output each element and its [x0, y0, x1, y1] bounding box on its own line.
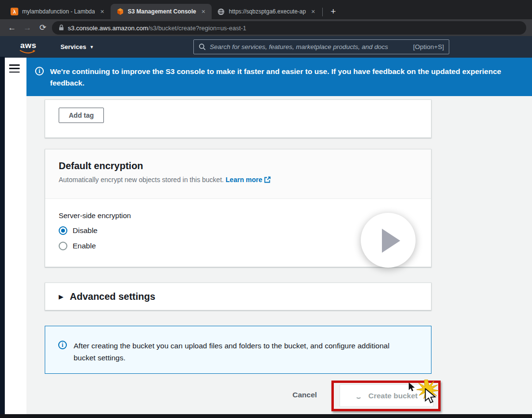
loading-spinner-icon — [355, 393, 362, 399]
url-text: s3.console.aws.amazon.com/s3/bucket/crea… — [68, 24, 246, 32]
play-icon — [382, 229, 400, 253]
browser-toolbar: ← → ⟳ s3.console.aws.amazon.com/s3/bucke… — [0, 19, 532, 36]
new-tab-button[interactable]: + — [326, 6, 341, 17]
banner-line1: We're continuing to improve the S3 conso… — [50, 66, 501, 77]
url-path: /s3/bucket/create?region=us-east-1 — [148, 25, 246, 32]
chevron-right-icon: ▶ — [59, 293, 63, 300]
expander-title: Advanced settings — [70, 291, 155, 302]
announcement-banner: i We're continuing to improve the S3 con… — [26, 58, 532, 96]
field-label: Server-side encryption — [59, 211, 418, 220]
radio-label: Enable — [73, 242, 96, 250]
address-bar[interactable]: s3.console.aws.amazon.com/s3/bucket/crea… — [52, 21, 526, 35]
menu-icon[interactable] — [9, 64, 20, 73]
chevron-down-icon: ▼ — [89, 45, 94, 49]
close-icon[interactable]: × — [200, 8, 207, 15]
close-icon[interactable]: × — [99, 8, 105, 15]
screen: λ mylambdafunction - Lambda × S3 Managem… — [0, 0, 532, 418]
tab-s3-console[interactable]: S3 Management Console × — [111, 4, 212, 19]
video-play-button[interactable] — [361, 213, 416, 268]
cursor-arrow — [424, 388, 437, 404]
radio-label: Disable — [73, 226, 98, 235]
banner-feedback-link[interactable]: feedback. — [50, 77, 501, 89]
window-edge — [0, 57, 5, 418]
banner-text: We're continuing to improve the S3 conso… — [50, 66, 501, 96]
aws-smile-icon — [20, 49, 36, 54]
aws-logo-text: aws — [20, 41, 37, 50]
radio-selected-icon[interactable] — [59, 226, 67, 235]
lock-icon — [59, 25, 64, 31]
card-title: Default encryption — [59, 160, 418, 172]
external-link-icon — [264, 176, 271, 183]
collapsed-sidebar — [5, 58, 26, 414]
tab-execute-api[interactable]: https://sqbzsptga6.execute-ap × — [212, 4, 321, 19]
tab-separator — [322, 8, 323, 16]
services-menu[interactable]: Services ▼ — [61, 43, 94, 50]
info-icon: i — [58, 341, 67, 349]
tags-card: Add tag — [45, 99, 431, 138]
info-icon: i — [35, 67, 44, 75]
close-icon[interactable]: × — [310, 8, 317, 15]
cursor-arrow-small — [408, 382, 416, 392]
create-bucket-label: Create bucket — [368, 392, 418, 400]
aws-nav-bar: aws Services ▼ [Option+S] — [0, 36, 532, 58]
card-header: Default encryption Automatically encrypt… — [45, 149, 431, 199]
search-shortcut: [Option+S] — [413, 43, 444, 50]
reload-icon[interactable]: ⟳ — [37, 23, 49, 33]
description-text: Automatically encrypt new objects stored… — [59, 176, 224, 184]
advanced-settings-expander[interactable]: ▶ Advanced settings — [45, 283, 431, 310]
back-icon[interactable]: ← — [6, 23, 18, 33]
aws-search-box[interactable]: [Option+S] — [193, 39, 449, 54]
s3-bucket-icon — [116, 8, 124, 15]
learn-more-link[interactable]: Learn more — [226, 176, 271, 184]
tab-title: mylambdafunction - Lambda — [22, 8, 95, 15]
cancel-button[interactable]: Cancel — [292, 391, 317, 399]
search-icon — [199, 43, 206, 50]
tab-title: S3 Management Console — [128, 8, 196, 15]
globe-icon — [217, 8, 225, 15]
radio-unselected-icon[interactable] — [59, 242, 67, 250]
lambda-icon: λ — [11, 8, 18, 15]
tab-title: https://sqbzsptga6.execute-ap — [229, 8, 306, 15]
bottom-edge-bar — [0, 414, 532, 418]
add-tag-button[interactable]: Add tag — [59, 108, 104, 123]
info-box: i After creating the bucket you can uplo… — [45, 326, 431, 374]
card-description: Automatically encrypt new objects stored… — [59, 176, 418, 184]
tab-lambda[interactable]: λ mylambdafunction - Lambda × — [5, 4, 111, 19]
services-label: Services — [61, 43, 87, 50]
info-box-text: After creating the bucket you can upload… — [74, 340, 393, 373]
url-host: s3.console.aws.amazon.com — [68, 25, 148, 32]
browser-tab-bar: λ mylambdafunction - Lambda × S3 Managem… — [0, 0, 532, 19]
search-input[interactable] — [210, 43, 409, 50]
learn-more-label: Learn more — [226, 176, 262, 184]
aws-logo[interactable]: aws — [20, 41, 37, 52]
forward-icon[interactable]: → — [21, 23, 34, 33]
